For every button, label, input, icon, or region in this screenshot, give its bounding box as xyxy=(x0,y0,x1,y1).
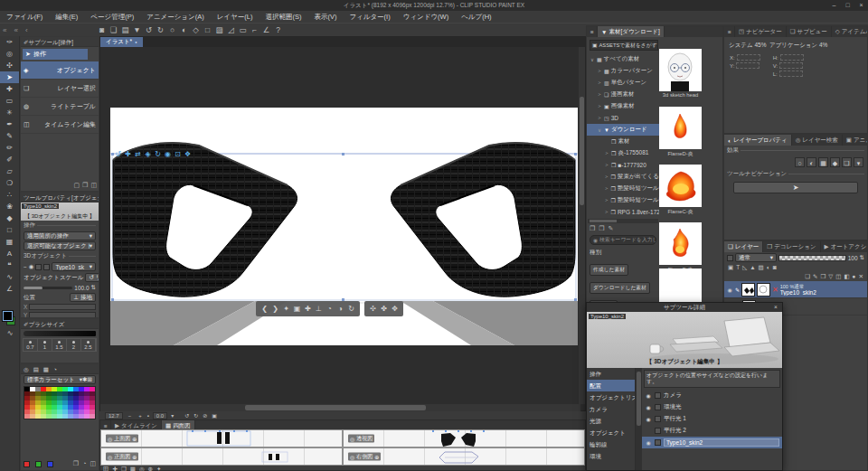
extract-line-icon[interactable]: ◆ xyxy=(830,157,840,167)
subtool-item[interactable]: ◈ オブジェクト xyxy=(21,61,99,80)
eye-icon[interactable]: ◉ xyxy=(645,439,652,446)
decoration-tool[interactable]: ❀ xyxy=(0,201,19,212)
delete-color-icon[interactable]: ◫ xyxy=(90,460,96,467)
object-checkbox[interactable] xyxy=(655,416,661,422)
pose-body-icon[interactable]: ✤ xyxy=(379,305,389,313)
operate-tool[interactable]: ➤ xyxy=(0,71,19,83)
panel-menu-icon[interactable]: ≡ xyxy=(587,26,598,37)
import-color-icon[interactable]: ❐ xyxy=(73,460,79,467)
material-tree-item[interactable]: ＞ ▩ カラーパターン xyxy=(587,65,659,77)
lock-alpha-icon[interactable]: ▨ xyxy=(759,264,764,271)
apply-target-dropdown[interactable]: 適用箇所の操作▾ xyxy=(24,231,96,240)
collapse-icon[interactable]: − xyxy=(24,264,27,270)
object-list-row[interactable]: ◉ 平行光 1 xyxy=(642,413,782,425)
tab-layer-property[interactable]: ◐レイヤープロパティ xyxy=(724,135,792,146)
material-tree-item[interactable]: ＞ ❒ RPG 1.8ver-172... xyxy=(587,206,659,218)
border-effect-icon[interactable]: ○ xyxy=(795,157,805,167)
panel-menu-icon[interactable]: ≡ xyxy=(724,26,735,37)
view-right[interactable]: ◎ 右側図 ⊕ xyxy=(343,447,585,466)
axis-y-field[interactable] xyxy=(29,312,96,318)
green-swatch[interactable] xyxy=(35,461,42,467)
material-tree-item[interactable]: ∨ ▦ すべての素材 xyxy=(587,53,659,65)
subtool-item[interactable]: ◍ ライトテーブル xyxy=(21,98,99,116)
brush-size-cell[interactable]: 1 xyxy=(38,339,52,351)
tree-expander-icon[interactable]: ＞ xyxy=(604,150,609,156)
canvas-tab[interactable]: イラスト* ● xyxy=(100,37,143,47)
clip-studio-icon[interactable]: ◙ xyxy=(96,25,108,34)
object-list-row[interactable]: ◉ 環境光 xyxy=(642,401,782,413)
halftone-icon[interactable]: ▦ xyxy=(818,157,828,167)
apply-mask-icon[interactable]: ● xyxy=(853,273,856,280)
tree-expander-icon[interactable]: ＞ xyxy=(604,209,609,215)
material-tree-item[interactable]: ＞ ❒ 髪束が出てくるブ... xyxy=(587,171,659,183)
detail-nav-item[interactable]: 光源 xyxy=(587,415,635,427)
pose-preset-icon[interactable]: ✣ xyxy=(368,305,378,313)
scale-slider[interactable] xyxy=(24,287,72,289)
pencil-tool[interactable]: ✏ xyxy=(0,142,19,154)
detail-nav-item[interactable]: オブジェクトリスト xyxy=(587,391,635,403)
delete-layer-icon[interactable]: ✕ xyxy=(859,273,863,280)
undo-icon[interactable]: ↺ xyxy=(143,25,155,34)
menu-item[interactable]: アニメーション(A) xyxy=(140,11,211,23)
new-folder-icon[interactable]: ❒ xyxy=(590,225,595,232)
horizontal-scrollbar-thumb[interactable] xyxy=(245,405,426,410)
light-icon[interactable]: ◑ xyxy=(335,305,345,313)
object-list-row[interactable]: ◉ カメラ xyxy=(642,390,782,401)
detail-nav-item[interactable]: 操作 xyxy=(587,368,635,380)
text-tool[interactable]: A xyxy=(0,248,19,259)
next-model-icon[interactable]: ❯ xyxy=(270,305,280,313)
invert-selection-icon[interactable]: ◐ xyxy=(178,25,190,34)
tree-expander-icon[interactable]: ∨ xyxy=(590,57,595,62)
merge-down-icon[interactable]: ◫ xyxy=(835,273,841,280)
zoom-icon[interactable]: ⊕ xyxy=(374,454,379,460)
tree-expander-icon[interactable]: ＞ xyxy=(604,162,609,168)
lock-layer-icon[interactable]: ▲ xyxy=(750,264,755,271)
fill-tool[interactable]: ◆ xyxy=(0,212,19,224)
tab-auto-action[interactable]: ▶オートアクション xyxy=(821,241,867,252)
auto-select-tool[interactable]: ✳ xyxy=(0,107,19,118)
menu-item[interactable]: 表示(V) xyxy=(307,11,343,23)
help-icon[interactable]: ? xyxy=(272,25,284,34)
duplicate-view-icon[interactable]: ❐ xyxy=(121,466,127,471)
tree-expander-icon[interactable]: ＞ xyxy=(604,185,609,192)
detail-nav-item[interactable]: 環境 xyxy=(587,450,635,462)
selection-tool[interactable]: ▭ xyxy=(0,95,19,107)
layer-3d-thumbnail[interactable] xyxy=(757,283,770,297)
close-icon[interactable]: × xyxy=(771,303,780,312)
redo-icon[interactable]: ↻ xyxy=(155,25,166,34)
dock-collapse-icon[interactable]: « xyxy=(3,26,6,34)
dock-collapse-icon[interactable]: ‹ xyxy=(25,26,28,34)
opacity-slider[interactable] xyxy=(778,255,846,261)
replace-color-icon[interactable]: ◔ xyxy=(82,460,86,467)
hand-tool[interactable]: ✣ xyxy=(0,60,19,71)
figure-tool[interactable]: □ xyxy=(0,224,19,236)
redo-icon[interactable]: ↻ xyxy=(193,412,198,419)
zoom-icon[interactable]: ⊕ xyxy=(132,436,137,442)
color-swatch[interactable] xyxy=(90,414,95,419)
enable-mask-icon[interactable]: ◐ xyxy=(767,264,770,271)
balloon-tool[interactable]: ❝ xyxy=(0,259,19,271)
vertical-scrollbar-thumb[interactable] xyxy=(580,97,584,205)
menu-item[interactable]: レイヤー(L) xyxy=(211,11,259,23)
create-mask-icon[interactable]: ◧ xyxy=(844,273,849,280)
tree-expander-icon[interactable]: ＞ xyxy=(597,91,602,98)
menu-item[interactable]: ヘルプ(H) xyxy=(455,11,497,23)
ground-button[interactable]: ⊥接地 xyxy=(70,293,96,302)
new-vector-layer-icon[interactable]: ✎ xyxy=(813,273,817,280)
brush-size-cell[interactable]: 2.5 xyxy=(81,339,96,351)
detail-nav-scrollbar[interactable] xyxy=(636,368,642,470)
menu-item[interactable]: ウィンドウ(W) xyxy=(397,11,455,23)
transparent-color-icon[interactable]: ∿ xyxy=(0,329,20,337)
menu-item[interactable]: フィルター(I) xyxy=(343,11,396,23)
color-wheel-icon[interactable]: ◎ xyxy=(24,364,29,373)
ruler-tool[interactable]: ∠ xyxy=(0,283,19,295)
layer-color-icon[interactable]: ❏ xyxy=(842,157,852,167)
ground-mode-icon[interactable]: ⊥ xyxy=(314,305,324,313)
tab-animation-cel[interactable]: ▣アニメーションセル xyxy=(843,135,867,146)
frame-border-tool[interactable]: ▦ xyxy=(0,236,19,248)
undo-icon[interactable]: ↺ xyxy=(184,412,189,419)
rotation-value[interactable]: 0.0 xyxy=(153,412,167,419)
material-tree-item[interactable]: ＞ ❏ 漫画素材 xyxy=(587,89,659,100)
subtool-item[interactable]: ◫ タイムライン編集 xyxy=(21,116,99,134)
tone-icon[interactable]: ◐ xyxy=(807,157,816,167)
